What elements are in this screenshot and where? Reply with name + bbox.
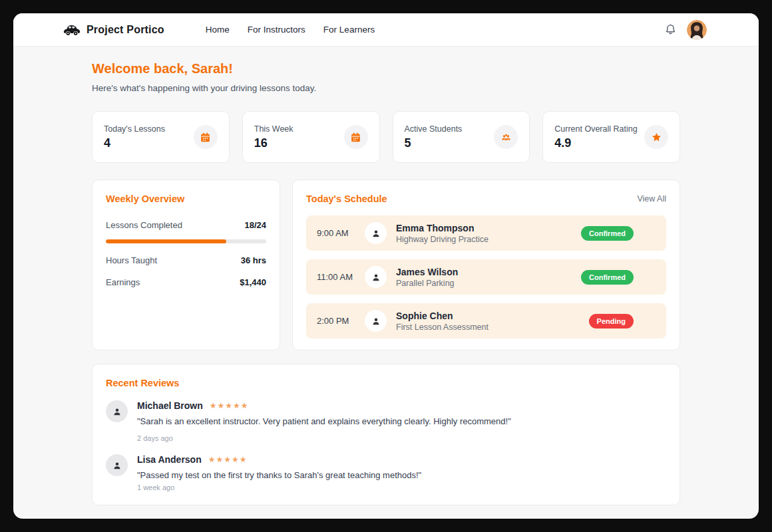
schedule-time: 9:00 AM: [317, 228, 358, 238]
stat-icon-wrap: [194, 125, 218, 149]
schedule-student: James Wilson Parallel Parking: [396, 267, 458, 288]
review-item: Michael Brown ★★★★★ "Sarah is an excelle…: [106, 400, 666, 442]
hours-taught-label: Hours Taught: [106, 255, 157, 265]
bell-icon: [664, 23, 677, 36]
avatar-photo: [687, 20, 707, 40]
lessons-completed-label: Lessons Completed: [106, 220, 182, 230]
app-window: Project Portico Home For Instructors For…: [13, 13, 759, 519]
content-container: Welcome back, Sarah! Here's what's happe…: [92, 61, 680, 505]
stat-text: Current Overall Rating 4.9: [554, 124, 637, 150]
schedule-row[interactable]: 11:00 AM James Wilson Parallel Parking: [306, 259, 666, 295]
student-name: Sophie Chen: [396, 311, 488, 321]
calendar-icon: [350, 132, 361, 143]
stat-label: Active Students: [405, 124, 463, 134]
page-body: Welcome back, Sarah! Here's what's happe…: [13, 47, 759, 505]
earnings-label: Earnings: [106, 277, 140, 287]
stat-icon-wrap: [344, 125, 368, 149]
review-timestamp: 2 days ago: [137, 434, 511, 442]
main-nav: Home For Instructors For Learners: [206, 25, 375, 35]
notifications-button[interactable]: [663, 23, 677, 37]
view-all-link[interactable]: View All: [637, 194, 666, 203]
stat-icon-wrap: [494, 125, 518, 149]
recent-reviews-card: Recent Reviews Michael Brown ★★★★★: [92, 364, 680, 505]
reviews-title: Recent Reviews: [106, 378, 666, 388]
stat-text: Today's Lessons 4: [104, 124, 165, 150]
status-badge: Pending: [589, 314, 634, 329]
student-name: James Wilson: [396, 267, 458, 277]
status-badge: Confirmed: [581, 226, 634, 241]
brand-logo[interactable]: Project Portico: [63, 23, 164, 37]
middle-row: Weekly Overview Lessons Completed 18/24 …: [92, 180, 680, 350]
reviewer-name: Lisa Anderson: [137, 454, 202, 465]
lesson-type: Parallel Parking: [396, 279, 458, 288]
todays-schedule-card: Today's Schedule View All 9:00 AM: [292, 180, 680, 350]
schedule-list: 9:00 AM Emma Thompson Highway Driving Pr…: [306, 215, 666, 338]
progress-fill: [106, 239, 226, 243]
star-icon: [651, 132, 662, 143]
stats-row: Today's Lessons 4: [92, 111, 680, 163]
lesson-type: First Lesson Assessment: [396, 323, 488, 332]
earnings-row: Earnings $1,440: [106, 277, 266, 287]
nav-item-for-instructors[interactable]: For Instructors: [248, 25, 305, 35]
stat-text: Active Students 5: [405, 124, 463, 150]
reviewer-avatar: [106, 454, 128, 476]
nav-item-for-learners[interactable]: For Learners: [323, 25, 375, 35]
star-rating: ★★★★★: [208, 455, 248, 464]
hours-taught-row: Hours Taught 36 hrs: [106, 255, 266, 265]
review-timestamp: 1 week ago: [137, 483, 421, 491]
schedule-time: 11:00 AM: [317, 272, 358, 282]
stat-label: Today's Lessons: [104, 124, 165, 134]
student-avatar: [365, 222, 387, 244]
lessons-completed-row: Lessons Completed 18/24: [106, 220, 266, 230]
reviewer-avatar: [106, 400, 128, 422]
stat-card-todays-lessons: Today's Lessons 4: [92, 111, 230, 163]
schedule-title: Today's Schedule: [306, 194, 387, 204]
reviewer-name: Michael Brown: [137, 400, 203, 411]
review-name-row: Lisa Anderson ★★★★★: [137, 454, 421, 465]
status-badge: Confirmed: [581, 270, 634, 285]
star-rating: ★★★★★: [210, 401, 249, 410]
person-icon: [370, 271, 382, 283]
stat-value: 16: [254, 136, 293, 150]
review-content: Michael Brown ★★★★★ "Sarah is an excelle…: [137, 400, 511, 442]
student-avatar: [365, 310, 387, 332]
review-item: Lisa Anderson ★★★★★ "Passed my test on t…: [106, 454, 666, 491]
nav-item-home[interactable]: Home: [206, 25, 230, 35]
stat-text: This Week 16: [254, 124, 293, 150]
review-text: "Sarah is an excellent instructor. Very …: [137, 416, 511, 426]
calendar-icon: [200, 132, 211, 143]
weekly-overview-card: Weekly Overview Lessons Completed 18/24 …: [92, 180, 280, 350]
brand-name: Project Portico: [87, 24, 164, 36]
person-icon: [111, 406, 123, 418]
person-icon: [370, 227, 382, 239]
earnings-value: $1,440: [240, 277, 266, 287]
stat-card-overall-rating: Current Overall Rating 4.9: [542, 111, 680, 163]
student-name: Emma Thompson: [396, 223, 488, 233]
stat-value: 4: [104, 136, 165, 150]
lessons-progress-bar: [106, 239, 266, 243]
schedule-student: Emma Thompson Highway Driving Practice: [396, 223, 488, 244]
schedule-row[interactable]: 9:00 AM Emma Thompson Highway Driving Pr…: [306, 215, 666, 251]
schedule-time: 2:00 PM: [317, 316, 358, 326]
student-avatar: [365, 266, 387, 288]
stat-label: This Week: [254, 124, 293, 134]
stat-value: 4.9: [554, 136, 637, 150]
review-content: Lisa Anderson ★★★★★ "Passed my test on t…: [137, 454, 421, 491]
top-navbar: Project Portico Home For Instructors For…: [13, 13, 759, 47]
users-icon: [500, 132, 512, 143]
stat-icon-wrap: [644, 125, 668, 149]
user-avatar[interactable]: [687, 20, 707, 40]
stat-value: 5: [405, 136, 463, 150]
weekly-overview-title: Weekly Overview: [106, 194, 266, 204]
stat-card-active-students: Active Students 5: [393, 111, 530, 163]
page-subtitle: Here's what's happening with your drivin…: [92, 83, 680, 93]
lessons-completed-value: 18/24: [244, 220, 266, 230]
car-icon: [63, 23, 81, 37]
schedule-row[interactable]: 2:00 PM Sophie Chen First Lesson Assessm…: [306, 303, 666, 338]
schedule-student: Sophie Chen First Lesson Assessment: [396, 311, 488, 332]
lesson-type: Highway Driving Practice: [396, 235, 488, 244]
page-title: Welcome back, Sarah!: [92, 61, 680, 76]
schedule-header: Today's Schedule View All: [306, 194, 666, 204]
review-text: "Passed my test on the first try thanks …: [137, 470, 421, 480]
hours-taught-value: 36 hrs: [241, 255, 266, 265]
